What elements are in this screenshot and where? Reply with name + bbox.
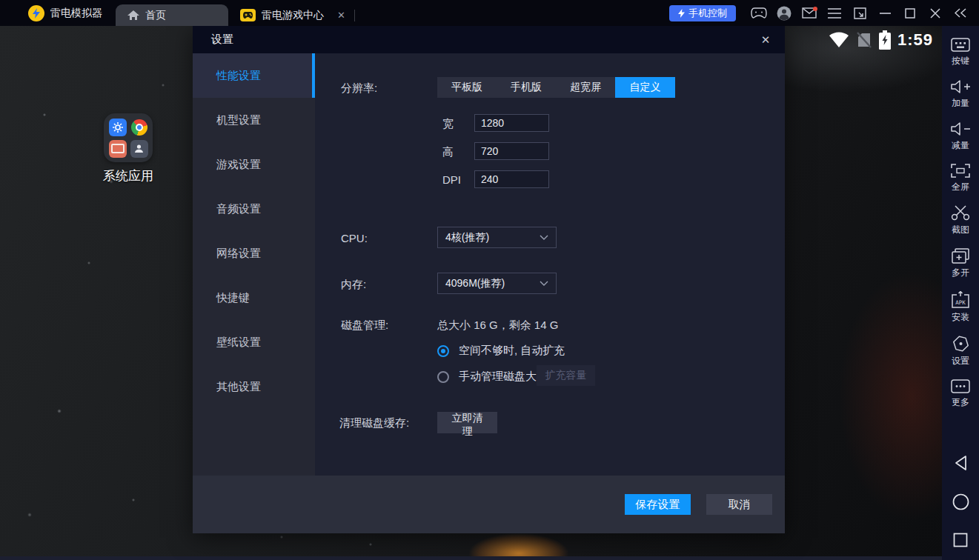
minimize-icon[interactable] — [872, 2, 897, 24]
width-input[interactable] — [474, 114, 549, 132]
nav-home-icon[interactable] — [951, 492, 970, 511]
chrome-app-icon — [130, 119, 148, 136]
disk-label: 磁盘管理: — [341, 319, 388, 333]
settings-app-icon — [109, 119, 127, 136]
sidebar-item-label: 按键 — [952, 55, 969, 67]
resolution-option-tablet[interactable]: 平板版 — [437, 77, 497, 98]
maximize-icon[interactable] — [897, 2, 923, 24]
volume-down-icon — [951, 121, 971, 136]
tab-close-icon[interactable]: ✕ — [337, 10, 345, 21]
files-app-icon — [109, 140, 127, 158]
expand-capacity-button[interactable]: 扩充容量 — [537, 365, 595, 386]
radio-unselected-icon — [437, 371, 449, 383]
contacts-app-icon — [130, 140, 148, 158]
cancel-button[interactable]: 取消 — [706, 494, 772, 515]
resolution-segmented-control: 平板版 手机版 超宽屏 自定义 — [437, 77, 675, 98]
sidebar-item-screenshot[interactable]: 截图 — [951, 205, 970, 236]
brand: 雷电模拟器 — [0, 5, 116, 21]
folder-icon — [104, 113, 153, 162]
menu-item-other[interactable]: 其他设置 — [193, 364, 315, 409]
apk-install-icon: APK — [951, 291, 970, 308]
sidebar-item-label: 减量 — [952, 139, 969, 152]
settings-dialog: 设置 ✕ 性能设置 机型设置 游戏设置 音频设置 网络设置 快捷键 壁纸设置 其… — [193, 26, 785, 533]
settings-icon — [952, 336, 969, 352]
sidebar-item-volume-up[interactable]: 加量 — [951, 79, 971, 110]
cpu-dropdown[interactable]: 4核(推荐) — [437, 227, 557, 248]
collapse-sidebar-icon[interactable] — [948, 2, 973, 24]
sidebar-item-multi-instance[interactable]: 多开 — [952, 248, 969, 279]
dialog-title: 设置 — [193, 33, 233, 47]
account-avatar-icon[interactable] — [771, 2, 797, 24]
dpi-input[interactable] — [474, 170, 549, 188]
mail-icon[interactable] — [797, 2, 822, 24]
tab-game-center-label: 雷电游戏中心 — [262, 9, 324, 22]
desktop-folder-system-apps[interactable]: 系统应用 — [98, 113, 159, 184]
home-icon — [127, 10, 139, 21]
tab-home[interactable]: 首页 — [116, 4, 228, 26]
menu-icon[interactable] — [822, 2, 847, 24]
sidebar-item-fullscreen[interactable]: 全屏 — [951, 164, 970, 193]
height-input[interactable] — [474, 142, 549, 160]
notification-badge — [813, 7, 817, 11]
sidebar-item-keymapping[interactable]: 按键 — [951, 38, 970, 67]
radio-auto-label: 空间不够时, 自动扩充 — [459, 344, 565, 358]
desktop-folder-label: 系统应用 — [103, 167, 153, 184]
menu-item-label: 壁纸设置 — [216, 336, 261, 350]
performance-settings-panel: 分辨率: 平板版 手机版 超宽屏 自定义 宽 高 DPI CPU: 4核(推荐) — [315, 53, 785, 476]
menu-item-wallpaper[interactable]: 壁纸设置 — [193, 320, 315, 364]
clean-cache-label: 清理磁盘缓存: — [339, 416, 409, 430]
sim-signal-off-icon — [856, 31, 872, 49]
sidebar-item-label: 加量 — [952, 97, 969, 110]
phone-control-label: 手机控制 — [688, 7, 727, 20]
app-logo-icon — [28, 5, 44, 21]
menu-item-label: 性能设置 — [216, 69, 261, 83]
menu-item-game[interactable]: 游戏设置 — [193, 142, 315, 187]
menu-item-label: 快捷键 — [216, 291, 250, 305]
memory-dropdown[interactable]: 4096M(推荐) — [437, 273, 557, 294]
more-icon — [951, 379, 970, 393]
controller-icon[interactable] — [746, 2, 771, 24]
width-label: 宽 — [442, 117, 454, 131]
sidebar-item-more[interactable]: 更多 — [951, 379, 970, 409]
radio-selected-icon — [437, 345, 449, 357]
toolbar-sidebar: 按键 加量 减量 全屏 截图 多开 APK 安装 设置 — [942, 26, 979, 560]
minimize-to-tray-icon[interactable] — [847, 2, 872, 24]
dialog-header: 设置 ✕ — [193, 26, 785, 53]
resolution-option-custom[interactable]: 自定义 — [615, 77, 675, 98]
sidebar-item-label: 更多 — [952, 396, 969, 409]
battery-charging-icon — [879, 30, 891, 50]
svg-text:APK: APK — [955, 299, 966, 306]
status-clock: 1:59 — [897, 30, 933, 50]
memory-label: 内存: — [341, 278, 366, 292]
save-settings-button[interactable]: 保存设置 — [625, 494, 691, 515]
menu-item-audio[interactable]: 音频设置 — [193, 187, 315, 231]
volume-up-icon — [951, 79, 971, 94]
sidebar-item-settings[interactable]: 设置 — [952, 336, 969, 367]
gamepad-icon — [240, 9, 256, 21]
radio-manual-disk[interactable]: 手动管理磁盘大小 — [437, 370, 548, 384]
multi-instance-icon — [952, 248, 969, 264]
titlebar: 雷电模拟器 首页 雷电游戏中心 ✕ 手机控制 — [0, 0, 979, 26]
app-title: 雷电模拟器 — [50, 7, 102, 20]
close-icon[interactable] — [923, 2, 948, 24]
nav-back-icon[interactable] — [951, 453, 970, 473]
android-status-bar: 1:59 — [829, 30, 933, 50]
menu-item-device-model[interactable]: 机型设置 — [193, 98, 315, 142]
dialog-close-icon[interactable]: ✕ — [755, 30, 776, 50]
clean-now-button[interactable]: 立即清理 — [437, 412, 497, 433]
sidebar-item-label: 设置 — [952, 355, 969, 367]
nav-recents-icon[interactable] — [951, 530, 970, 550]
menu-item-shortcuts[interactable]: 快捷键 — [193, 276, 315, 320]
phone-control-button[interactable]: 手机控制 — [669, 5, 736, 21]
menu-item-network[interactable]: 网络设置 — [193, 231, 315, 276]
sidebar-item-label: 全屏 — [952, 181, 969, 193]
menu-item-label: 机型设置 — [216, 113, 261, 127]
resolution-option-ultrawide[interactable]: 超宽屏 — [556, 77, 615, 98]
sidebar-item-volume-down[interactable]: 减量 — [951, 121, 971, 152]
tab-game-center[interactable]: 雷电游戏中心 ✕ — [228, 4, 367, 26]
resolution-option-phone[interactable]: 手机版 — [497, 77, 556, 98]
radio-auto-expand[interactable]: 空间不够时, 自动扩充 — [437, 344, 565, 358]
sidebar-item-apk-install[interactable]: APK 安装 — [951, 291, 970, 324]
menu-item-label: 游戏设置 — [216, 158, 261, 172]
menu-item-performance[interactable]: 性能设置 — [193, 53, 315, 98]
